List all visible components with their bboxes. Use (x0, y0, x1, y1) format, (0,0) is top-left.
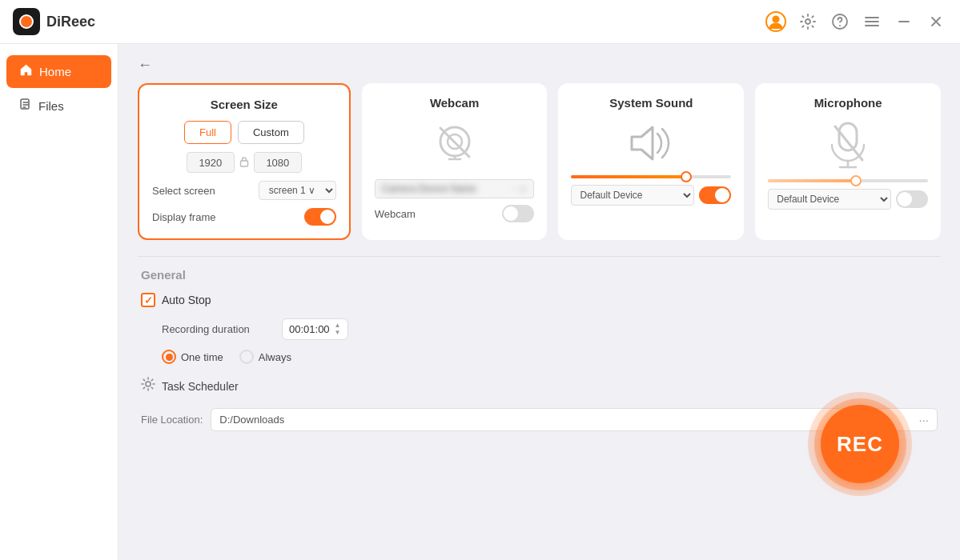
app-logo: DiReec (13, 8, 95, 35)
time-input[interactable]: 00:01:00 ▲ ▼ (282, 318, 348, 340)
system-sound-card: System Sound Default De (558, 83, 744, 240)
sound-icon-wrap (571, 119, 731, 167)
auto-stop-checkbox[interactable] (141, 293, 155, 307)
mic-slider-fill (768, 179, 856, 182)
webcam-label: Webcam (375, 208, 416, 220)
titlebar: DiReec (0, 0, 960, 44)
sound-icon (624, 119, 678, 167)
radio-always-circle (239, 350, 254, 364)
app-name: DiReec (46, 14, 95, 30)
divider (138, 256, 941, 257)
screen-select[interactable]: screen 1 ∨ (259, 181, 336, 200)
screen-size-card: Screen Size Full Custom S (138, 83, 351, 240)
menu-icon[interactable] (861, 10, 883, 33)
screen-size-title: Screen Size (152, 98, 336, 111)
rec-outer: REC (808, 392, 912, 496)
webcam-icon-wrap (375, 119, 535, 171)
system-sound-toggle[interactable] (699, 186, 731, 204)
radio-always-label: Always (259, 351, 291, 363)
svg-point-4 (839, 25, 841, 26)
select-screen-row: Select screen screen 1 ∨ (152, 181, 336, 200)
select-screen-label: Select screen (152, 185, 215, 197)
slider-fill (571, 175, 686, 178)
svg-point-1 (773, 16, 780, 23)
settings-icon[interactable] (797, 10, 819, 33)
mic-slider-thumb (850, 175, 862, 186)
auto-stop-label: Auto Stop (162, 294, 211, 306)
auto-stop-row: Auto Stop (141, 293, 938, 307)
webcam-card: Webcam Camera Device Name ··· ∨ Webcam (362, 83, 548, 240)
titlebar-controls (765, 10, 947, 33)
system-sound-title: System Sound (571, 96, 731, 110)
lock-icon (239, 156, 249, 170)
display-frame-toggle[interactable] (304, 208, 336, 226)
system-sound-slider[interactable] (571, 175, 731, 178)
webcam-dropdown[interactable]: Camera Device Name ··· ∨ (375, 179, 535, 198)
custom-button[interactable]: Custom (238, 121, 304, 144)
radio-one-time[interactable]: One time (162, 350, 223, 364)
svg-rect-10 (839, 123, 857, 150)
sidebar-item-files[interactable]: Files (6, 90, 111, 122)
webcam-label-row: Webcam (375, 205, 535, 222)
general-title: General (141, 268, 938, 282)
slider-thumb (681, 171, 692, 182)
rec-button[interactable]: REC (821, 405, 899, 483)
time-spinners: ▲ ▼ (335, 322, 341, 336)
close-button[interactable] (925, 10, 947, 33)
radio-one-time-circle (162, 350, 176, 364)
slider-track (571, 175, 731, 178)
mic-device-row: Default Device (768, 189, 928, 210)
rec-button-wrap: REC (808, 392, 912, 496)
time-down-button[interactable]: ▼ (335, 330, 341, 336)
system-sound-device-row: Default Device (571, 185, 731, 206)
mic-toggle[interactable] (896, 190, 928, 208)
sidebar-item-home-label: Home (39, 65, 71, 78)
task-scheduler-icon (141, 377, 155, 395)
recording-duration-label: Recording duration (162, 323, 274, 335)
height-input[interactable] (254, 152, 302, 173)
back-button[interactable]: ← (138, 57, 152, 74)
svg-rect-6 (240, 161, 247, 166)
app-body: Home Files ← Screen Size Full Custom (0, 44, 960, 560)
mic-icon-wrap (768, 119, 928, 171)
file-location-label: File Location: (141, 414, 203, 426)
mic-device-select[interactable]: Default Device (768, 189, 891, 210)
system-sound-device-select[interactable]: Default Device (571, 185, 694, 206)
files-icon (19, 98, 32, 114)
microphone-card: Microphone (755, 83, 941, 240)
resolution-row (152, 152, 336, 173)
home-icon (19, 63, 33, 80)
rec-label: REC (837, 432, 883, 457)
sidebar-item-files-label: Files (38, 99, 64, 113)
radio-row: One time Always (141, 350, 938, 364)
display-frame-row: Display frame (152, 208, 336, 226)
size-buttons: Full Custom (152, 121, 336, 144)
display-frame-label: Display frame (152, 211, 215, 223)
logo-icon (13, 8, 40, 35)
minimize-button[interactable] (893, 10, 915, 33)
time-value: 00:01:00 (289, 323, 330, 335)
main-content: ← Screen Size Full Custom (118, 44, 960, 560)
full-button[interactable]: Full (184, 121, 231, 144)
webcam-title: Webcam (375, 96, 535, 110)
svg-point-2 (805, 19, 810, 24)
rec-middle: REC (814, 398, 906, 490)
time-up-button[interactable]: ▲ (335, 322, 341, 329)
sidebar-item-home[interactable]: Home (6, 55, 111, 88)
mic-slider-track (768, 179, 928, 182)
radio-always[interactable]: Always (239, 350, 291, 364)
task-scheduler-label: Task Scheduler (162, 380, 239, 393)
microphone-title: Microphone (768, 96, 928, 110)
webcam-icon (427, 119, 483, 171)
mic-slider[interactable] (768, 179, 928, 182)
radio-one-time-label: One time (181, 351, 223, 363)
microphone-icon (824, 119, 872, 171)
sidebar: Home Files (0, 44, 118, 560)
cards-row: Screen Size Full Custom S (138, 83, 941, 240)
file-location-browse[interactable]: ··· (918, 413, 929, 426)
webcam-toggle[interactable] (502, 205, 534, 222)
user-avatar-icon[interactable] (765, 10, 787, 33)
svg-point-14 (146, 382, 151, 386)
help-icon[interactable] (829, 10, 851, 33)
width-input[interactable] (187, 152, 235, 173)
